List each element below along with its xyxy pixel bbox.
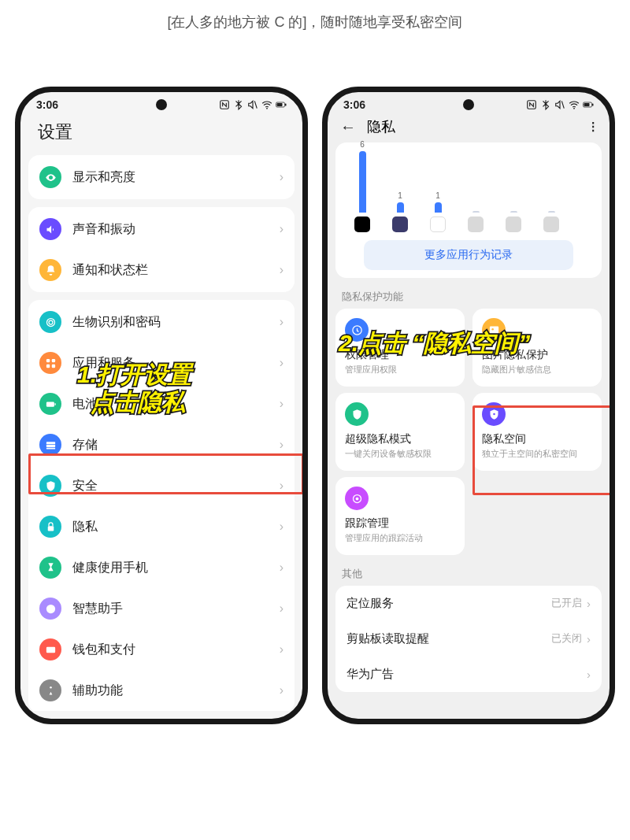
row-value: 已开启 [551,597,582,610]
status-time: 3:06 [343,98,365,111]
finger-icon [39,311,61,333]
chart-bar [502,211,524,232]
back-button[interactable]: ← [340,118,356,136]
chart-bar [465,211,487,232]
space-icon [482,402,506,426]
row-value: 已关闭 [551,632,582,646]
other-list: 定位服务已开启›剪贴板读取提醒已关闭›华为广告› [335,586,602,692]
tile-track[interactable]: 跟踪管理管理应用的跟踪活动 [335,477,465,555]
row-label: 钱包和支付 [72,642,280,658]
camera-notch [463,99,474,110]
bar-value: 1 [398,191,402,200]
settings-row-finger[interactable]: 生物识别和密码› [28,302,295,342]
privacy-body[interactable]: 611 更多应用行为记录 隐私保护功能 权限管理管理应用权限图片隐私保护隐藏图片… [328,142,610,692]
tile-space[interactable]: 隐私空间独立于主空间的私密空间 [472,393,602,471]
store-icon [39,434,61,456]
row-label: 存储 [72,437,280,453]
app-icon [468,216,484,232]
row-label: 隐私 [72,519,280,535]
svg-rect-3 [277,103,283,106]
bar-value: 1 [435,191,440,200]
shield-icon [345,402,369,426]
chevron-right-icon: › [280,356,284,370]
svg-point-1 [266,108,268,109]
bluetooth-icon [540,99,551,110]
chart-bar: 1 [427,191,449,232]
bluetooth-icon [233,99,244,110]
chevron-right-icon: › [280,601,284,616]
section-protect: 隐私保护功能 [335,284,602,309]
tile-title: 隐私空间 [482,432,592,446]
stage: 3:06 设置 显示和亮度›声音和振动›通知和状态栏›生物识别和密码›应用和服务… [0,39,630,724]
page-title: 设置 [20,113,302,155]
settings-row-sound[interactable]: 声音和振动› [28,209,295,250]
settings-row-wallet[interactable]: 钱包和支付› [28,629,295,670]
more-records-button[interactable]: 更多应用行为记录 [364,240,573,270]
chart-bar: 6 [351,140,373,232]
row-label: 安全 [72,478,280,494]
callout-1: 1.打开设置 点击隐私 [77,361,191,416]
callout-2: 2.点击 “隐私空间” [339,330,530,357]
lock-icon [39,516,61,538]
nfc-icon [219,99,230,110]
tile-title: 跟踪管理 [345,516,455,531]
svg-rect-25 [584,103,590,106]
row-label: 显示和亮度 [72,169,280,186]
phone-settings: 3:06 设置 显示和亮度›声音和振动›通知和状态栏›生物识别和密码›应用和服务… [15,87,308,724]
svg-rect-15 [46,447,54,449]
access-icon [39,679,61,701]
other-row[interactable]: 定位服务已开启› [335,586,602,621]
row-label: 华为广告 [346,667,587,682]
chevron-right-icon: › [587,597,591,610]
svg-rect-14 [46,444,54,446]
svg-point-23 [573,108,575,109]
settings-row-shield[interactable]: 安全› [28,465,295,506]
bell-icon [39,259,61,281]
settings-row-bell[interactable]: 通知和状态栏› [28,250,295,290]
svg-rect-4 [285,104,287,106]
row-label: 声音和振动 [72,221,280,238]
wifi-icon [261,99,272,110]
tile-shield[interactable]: 超级隐私模式一键关闭设备敏感权限 [335,393,465,471]
chevron-right-icon: › [280,642,284,657]
app-behavior-chart[interactable]: 611 更多应用行为记录 [335,142,602,278]
nfc-icon [526,99,537,110]
section-other: 其他 [335,561,602,586]
wallet-icon [39,638,61,661]
svg-point-5 [46,318,54,326]
sound-icon [39,218,61,240]
settings-row-access[interactable]: 辅助功能› [28,670,295,711]
other-row[interactable]: 华为广告› [335,657,602,692]
svg-rect-13 [46,442,54,444]
apps-icon [39,352,61,374]
settings-row-eye[interactable]: 显示和亮度› [28,157,295,198]
status-icons [526,99,594,110]
settings-row-lock[interactable]: 隐私› [28,506,295,547]
chevron-right-icon: › [280,170,284,184]
row-label: 通知和状态栏 [72,262,280,279]
page-header: [在人多的地方被 C 的]，随时随地享受私密空间 [0,0,630,39]
chevron-right-icon: › [280,683,284,698]
svg-rect-7 [46,358,49,361]
svg-rect-8 [51,358,54,361]
svg-rect-11 [46,401,54,406]
status-icons [219,99,287,110]
settings-group: 显示和亮度› [28,155,295,199]
batt-icon [39,393,61,415]
page-title: 隐私 [367,117,591,136]
chart-bar [540,211,562,232]
settings-row-store[interactable]: 存储› [28,424,295,465]
settings-list[interactable]: 显示和亮度›声音和振动›通知和状态栏›生物识别和密码›应用和服务›电池›存储›安… [20,155,302,711]
bar [359,151,366,213]
settings-row-ai[interactable]: 智慧助手› [28,588,295,629]
tile-subtitle: 一键关闭设备敏感权限 [345,449,455,460]
svg-point-32 [355,497,358,500]
other-row[interactable]: 剪贴板读取提醒已关闭› [335,621,602,657]
settings-row-hour[interactable]: 健康使用手机› [28,547,295,588]
more-button[interactable]: ⁝ [591,117,597,136]
battery-icon [276,99,287,110]
eye-icon [39,166,61,188]
mute-icon [554,99,565,110]
track-icon [345,487,369,510]
chevron-right-icon: › [280,561,284,575]
